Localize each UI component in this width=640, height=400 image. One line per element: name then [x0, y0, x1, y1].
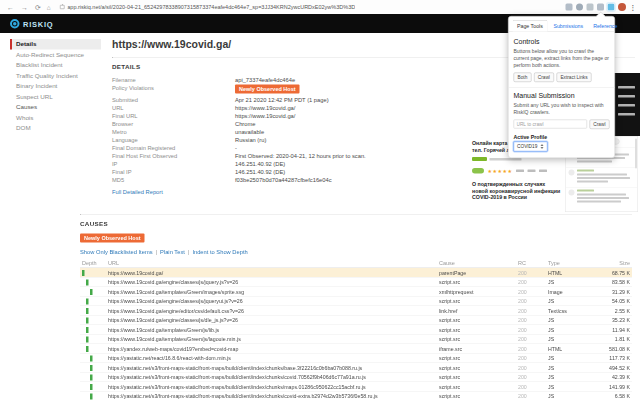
- cause-table-row[interactable]: https://www.19covid.ga/templates/Green/j…: [80, 325, 632, 335]
- extension-icon[interactable]: [597, 4, 604, 11]
- cause-size: 11.94 K: [593, 325, 632, 335]
- full-detailed-report-link[interactable]: Full Detailed Report: [112, 189, 163, 195]
- cause-table-row[interactable]: https://yastatic.net/s3/front-maps-stati…: [80, 363, 632, 373]
- cause-url[interactable]: https://www.19covid.ga/templates/Green/i…: [106, 287, 437, 297]
- url-to-crawl-input[interactable]: [514, 120, 587, 129]
- cause-url[interactable]: https://www.19covid.ga/engine/editor/css…: [106, 306, 437, 316]
- home-icon[interactable]: ⌂: [47, 3, 51, 11]
- depth-bar: [90, 374, 93, 380]
- cause-table-row[interactable]: https://yastatic.net/s3/front-maps-stati…: [80, 382, 632, 392]
- cause-table-row[interactable]: https://www.19covid.ga/ parentPage 200 H…: [80, 268, 632, 278]
- cause-rc: 200: [516, 306, 546, 316]
- active-profile-select[interactable]: COVID19: [514, 141, 548, 151]
- causes-table-header: Depth URL Cause RC Type Size: [80, 259, 632, 268]
- controls-description: Buttons below allow you to crawl the cur…: [514, 48, 610, 68]
- thumbnail-subheadline: О подтвержденных случаях новой коронавир…: [472, 181, 561, 201]
- address-bar[interactable]: app.riskiq.net/a/sil/2020-04-21_65242978…: [67, 4, 355, 10]
- back-icon[interactable]: ←: [7, 0, 14, 14]
- depth-bar: [86, 279, 89, 285]
- sidebar-item[interactable]: Suspect URL: [10, 92, 101, 103]
- causes-link-plain-text[interactable]: Plain Text: [160, 249, 185, 255]
- cause-table-row[interactable]: https://www.19covid.ga/engine/classes/js…: [80, 277, 632, 287]
- detail-value: 146.251.40.92 (DE): [235, 168, 285, 176]
- causes-section-title: CAUSES: [80, 221, 632, 228]
- detail-label: MD5: [112, 176, 235, 184]
- cause-table-row[interactable]: https://yastatic.net/react/16.8.6/react-…: [80, 353, 632, 363]
- detail-label: URL: [112, 104, 235, 112]
- sidebar-item[interactable]: Auto-Redirect Sequence: [10, 50, 101, 61]
- cause-size: 2.55 K: [593, 306, 632, 316]
- cause-url[interactable]: https://yandex.ru/web-maps/covid19?embed…: [106, 344, 437, 354]
- cause-table-row[interactable]: https://www.19covid.ga/engine/classes/js…: [80, 296, 632, 306]
- news-panel-scrollbar[interactable]: [635, 139, 637, 169]
- cause-url[interactable]: https://www.19covid.ga/engine/classes/js…: [106, 315, 437, 325]
- action-glyph-bar: [539, 170, 547, 173]
- cause-filetype: JS: [546, 382, 593, 392]
- cause-size: 54.05 K: [593, 296, 632, 306]
- extension-icon[interactable]: [576, 4, 583, 11]
- extension-icon[interactable]: [566, 4, 573, 11]
- cause-url[interactable]: https://yastatic.net/s3/front-maps-stati…: [106, 391, 437, 400]
- riskiq-extension-icon[interactable]: [608, 4, 615, 11]
- causes-link-blacklisted[interactable]: Show Only Blacklisted Items: [80, 249, 153, 255]
- detail-value: api_73374eafe4dc464e: [235, 76, 295, 84]
- sidebar-item[interactable]: Details: [10, 39, 101, 50]
- cause-table-row[interactable]: https://yandex.ru/web-maps/covid19?embed…: [80, 344, 632, 354]
- cause-table-row[interactable]: https://www.19covid.ga/engine/classes/js…: [80, 315, 632, 325]
- cause-url[interactable]: https://yastatic.net/s3/front-maps-stati…: [106, 372, 437, 382]
- cause-url[interactable]: https://www.19covid.ga/engine/classes/js…: [106, 277, 437, 287]
- thumbnail-menu-line: [618, 95, 635, 98]
- sidebar-item[interactable]: Traffic Quality Incident: [10, 71, 101, 82]
- thumbnail-menu-line: [618, 104, 635, 107]
- cause-type: script.src: [437, 315, 516, 325]
- detail-label: IP: [112, 160, 235, 168]
- depth-bar: [86, 298, 89, 304]
- cause-size: 141.99 K: [593, 382, 632, 392]
- cause-url[interactable]: https://www.19covid.ga/engine/classes/js…: [106, 296, 437, 306]
- cause-type: script.src: [437, 353, 516, 363]
- cause-type: link.href: [437, 306, 516, 316]
- cause-rc: 200: [516, 296, 546, 306]
- cause-url[interactable]: https://yastatic.net/s3/front-maps-stati…: [106, 363, 437, 373]
- cause-table-row[interactable]: https://yastatic.net/s3/front-maps-stati…: [80, 372, 632, 382]
- controls-buttons: Both Crawl Extract Links: [514, 72, 610, 82]
- tab-submissions[interactable]: Submissions: [549, 21, 587, 32]
- crawl-button[interactable]: Crawl: [589, 119, 609, 129]
- forward-icon[interactable]: →: [21, 0, 28, 14]
- profile-avatar[interactable]: [618, 3, 626, 11]
- sidebar-item[interactable]: Causes: [10, 102, 101, 113]
- cause-url[interactable]: https://www.19covid.ga/templates/Green/j…: [106, 325, 437, 335]
- cause-url[interactable]: https://yastatic.net/s3/front-maps-stati…: [106, 382, 437, 392]
- causes-link-indent-depth[interactable]: Indent to Show Depth: [192, 249, 247, 255]
- tab-page-tools[interactable]: Page Tools: [513, 20, 548, 32]
- cause-rc: 200: [516, 391, 546, 400]
- cause-size: 581.08 K: [593, 344, 632, 354]
- browser-menu-icon[interactable]: ⋮: [630, 3, 637, 11]
- news-item: [566, 187, 638, 207]
- control-button[interactable]: Crawl: [534, 72, 554, 82]
- tab-reference[interactable]: Reference: [589, 21, 621, 32]
- detail-label: Final URL: [112, 112, 235, 120]
- column-type: Type: [546, 259, 593, 268]
- depth-bar: [86, 327, 89, 333]
- control-button[interactable]: Extract Links: [556, 72, 591, 82]
- cause-url[interactable]: https://www.19covid.ga/: [106, 268, 437, 278]
- sidebar-item[interactable]: Whois: [10, 113, 101, 124]
- reload-icon[interactable]: ⟳: [35, 0, 41, 14]
- sidebar-item[interactable]: Binary Incident: [10, 81, 101, 92]
- sidebar-item[interactable]: Blacklist Incident: [10, 60, 101, 71]
- control-button[interactable]: Both: [514, 72, 532, 82]
- extension-icon[interactable]: [587, 4, 594, 11]
- cause-table-row[interactable]: https://www.19covid.ga/templates/Green/j…: [80, 334, 632, 344]
- cause-url[interactable]: https://www.19covid.ga/templates/Green/j…: [106, 334, 437, 344]
- thumbnail-menu-line: [618, 113, 635, 116]
- cause-table-row[interactable]: https://www.19covid.ga/templates/Green/i…: [80, 287, 632, 297]
- cause-size: 6.58 K: [593, 391, 632, 400]
- cause-table-row[interactable]: https://www.19covid.ga/engine/editor/css…: [80, 306, 632, 316]
- detail-value: unavailable: [235, 128, 264, 136]
- sidebar-item[interactable]: DOM: [10, 123, 101, 134]
- cause-url[interactable]: https://yastatic.net/react/16.8.6/react-…: [106, 353, 437, 363]
- cause-type: iframe.src: [437, 344, 516, 354]
- cause-table-row[interactable]: https://yastatic.net/s3/front-maps-stati…: [80, 391, 632, 400]
- cause-filetype: JS: [546, 363, 593, 373]
